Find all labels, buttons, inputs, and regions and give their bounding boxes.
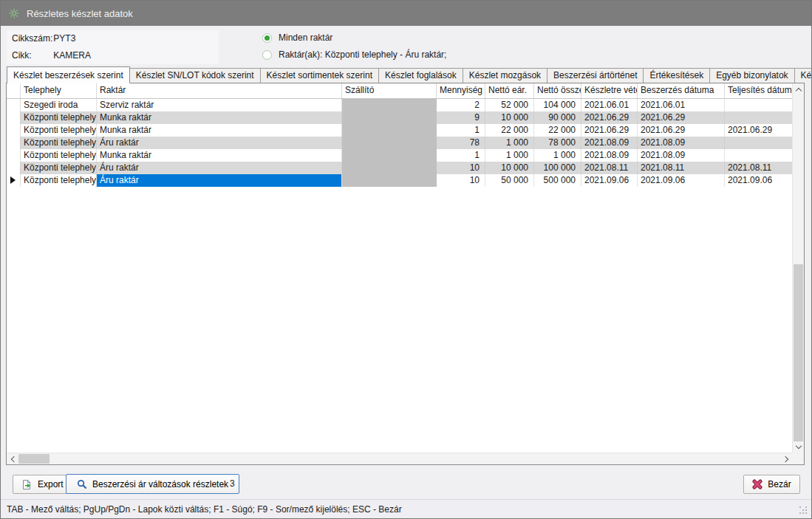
tab-item[interactable]: Készlet sortimentek szerint bbox=[260, 68, 379, 83]
cell-teljesites-datuma[interactable] bbox=[725, 149, 792, 162]
cell-beszerzes-datuma[interactable]: 2021.06.29 bbox=[638, 111, 725, 124]
cell-szallito[interactable] bbox=[342, 174, 437, 187]
cell-telephely[interactable]: Központi telephely bbox=[21, 174, 97, 187]
cell-netto-ear[interactable]: 10 000 bbox=[485, 162, 534, 174]
cell-netto-ear[interactable]: 50 000 bbox=[485, 174, 534, 187]
row-selector-cell[interactable] bbox=[7, 162, 21, 174]
cell-szallito[interactable] bbox=[342, 111, 437, 124]
tab-item[interactable]: Beszerzési ártörténet bbox=[547, 68, 644, 83]
row-selector-cell[interactable] bbox=[7, 124, 21, 137]
tab-item[interactable]: Értékesítések bbox=[643, 68, 710, 83]
table-row[interactable]: Központi telephelyMunka raktár11 0001 00… bbox=[7, 149, 792, 162]
table-row[interactable]: Szegedi irodaSzerviz raktár252 000104 00… bbox=[7, 99, 792, 111]
cell-szallito[interactable] bbox=[342, 124, 437, 137]
cell-telephely[interactable]: Központi telephely bbox=[21, 162, 97, 174]
tab-item[interactable]: Egyéb bizonylatok bbox=[709, 68, 794, 83]
row-selector-cell[interactable] bbox=[7, 111, 21, 124]
cell-raktar[interactable]: Munka raktár bbox=[97, 124, 342, 137]
cell-teljesites-datuma[interactable]: 2021.08.11 bbox=[725, 162, 792, 174]
cell-netto-ear[interactable]: 52 000 bbox=[485, 99, 534, 111]
scroll-left-button[interactable] bbox=[7, 453, 18, 464]
cell-szallito[interactable] bbox=[342, 137, 437, 149]
column-header[interactable]: Nettó eár. bbox=[485, 83, 534, 98]
radio-all-warehouses[interactable]: Minden raktár bbox=[262, 32, 332, 43]
table-row[interactable]: Központi telephelyMunka raktár910 00090 … bbox=[7, 111, 792, 124]
cell-raktar[interactable]: Áru raktár bbox=[97, 162, 342, 174]
column-header[interactable]: Nettó összes bbox=[534, 83, 581, 98]
cell-raktar[interactable]: Áru raktár bbox=[97, 174, 342, 187]
cell-mennyiseg[interactable]: 10 bbox=[437, 162, 485, 174]
cell-netto-ear[interactable]: 1 000 bbox=[485, 149, 534, 162]
title-bar[interactable]: Részletes készlet adatok bbox=[1, 1, 811, 26]
tab-item[interactable]: Készlet mozgások bbox=[463, 68, 547, 83]
cell-netto-osszes[interactable]: 1 000 bbox=[534, 149, 581, 162]
cell-telephely[interactable]: Szegedi iroda bbox=[21, 99, 97, 111]
cell-telephely[interactable]: Központi telephely bbox=[21, 137, 97, 149]
cell-netto-ear[interactable]: 1 000 bbox=[485, 137, 534, 149]
cell-keszletre-vetel[interactable]: 2021.06.01 bbox=[581, 99, 638, 111]
cell-teljesites-datuma[interactable] bbox=[725, 137, 792, 149]
cell-mennyiseg[interactable]: 9 bbox=[437, 111, 485, 124]
cell-teljesites-datuma[interactable]: 2021.06.29 bbox=[725, 124, 792, 137]
row-selector-cell[interactable] bbox=[7, 99, 21, 111]
tab-item[interactable]: Készlet foglalások bbox=[378, 68, 463, 83]
tab-item[interactable]: Készlet változása bbox=[794, 68, 812, 83]
column-header[interactable]: Készletre vétel bbox=[581, 83, 638, 98]
cell-netto-osszes[interactable]: 104 000 bbox=[534, 99, 581, 111]
cell-telephely[interactable]: Központi telephely bbox=[21, 111, 97, 124]
cell-raktar[interactable]: Munka raktár bbox=[97, 149, 342, 162]
cell-mennyiseg[interactable]: 78 bbox=[437, 137, 485, 149]
cell-keszletre-vetel[interactable]: 2021.08.09 bbox=[581, 149, 638, 162]
cell-netto-osszes[interactable]: 78 000 bbox=[534, 137, 581, 149]
cell-netto-osszes[interactable]: 100 000 bbox=[534, 162, 581, 174]
resize-grip-icon[interactable] bbox=[799, 506, 808, 515]
price-change-details-button[interactable]: Beszerzési ár változások részletek bbox=[66, 474, 239, 494]
column-header[interactable]: Szállító bbox=[342, 83, 437, 98]
cell-netto-osszes[interactable]: 22 000 bbox=[534, 124, 581, 137]
cell-teljesites-datuma[interactable] bbox=[725, 111, 792, 124]
cell-keszletre-vetel[interactable]: 2021.08.09 bbox=[581, 137, 638, 149]
cell-beszerzes-datuma[interactable]: 2021.06.29 bbox=[638, 124, 725, 137]
table-row[interactable]: Központi telephelyÁru raktár781 00078 00… bbox=[7, 137, 792, 149]
horizontal-scrollbar[interactable] bbox=[7, 453, 792, 464]
cell-mennyiseg[interactable]: 1 bbox=[437, 149, 485, 162]
cell-teljesites-datuma[interactable]: 2021.09.06 bbox=[725, 174, 792, 187]
scroll-up-button[interactable] bbox=[793, 83, 804, 95]
cell-mennyiseg[interactable]: 1 bbox=[437, 124, 485, 137]
cell-keszletre-vetel[interactable]: 2021.06.29 bbox=[581, 111, 638, 124]
scroll-down-button[interactable] bbox=[793, 441, 804, 453]
column-header[interactable]: Raktár bbox=[97, 83, 342, 98]
cell-raktar[interactable]: Áru raktár bbox=[97, 137, 342, 149]
cell-szallito[interactable] bbox=[342, 162, 437, 174]
cell-mennyiseg[interactable]: 2 bbox=[437, 99, 485, 111]
cell-keszletre-vetel[interactable]: 2021.09.06 bbox=[581, 174, 638, 187]
vertical-scrollbar-thumb[interactable] bbox=[794, 264, 803, 441]
vertical-scrollbar[interactable] bbox=[792, 83, 804, 453]
row-selector-cell[interactable] bbox=[7, 174, 21, 187]
cell-teljesites-datuma[interactable] bbox=[725, 99, 792, 111]
cell-raktar[interactable]: Munka raktár bbox=[97, 111, 342, 124]
horizontal-scrollbar-thumb[interactable] bbox=[18, 454, 50, 464]
cell-szallito[interactable] bbox=[342, 99, 437, 111]
close-button[interactable]: Bezár bbox=[743, 475, 800, 494]
table-row[interactable]: Központi telephelyMunka raktár122 00022 … bbox=[7, 124, 792, 137]
tab-item[interactable]: Készlet SN/LOT kódok szerint bbox=[129, 68, 261, 83]
tab-item[interactable]: Készlet beszerzések szerint bbox=[7, 66, 130, 83]
scroll-right-button[interactable] bbox=[780, 453, 792, 464]
cell-netto-osszes[interactable]: 500 000 bbox=[534, 174, 581, 187]
column-header[interactable]: Teljesítés dátuma bbox=[725, 83, 792, 98]
cell-beszerzes-datuma[interactable]: 2021.08.09 bbox=[638, 137, 725, 149]
cell-beszerzes-datuma[interactable]: 2021.06.01 bbox=[638, 99, 725, 111]
cell-keszletre-vetel[interactable]: 2021.08.11 bbox=[581, 162, 638, 174]
table-row[interactable]: Központi telephelyÁru raktár1050 000500 … bbox=[7, 174, 792, 187]
cell-beszerzes-datuma[interactable]: 2021.09.06 bbox=[638, 174, 725, 187]
cell-beszerzes-datuma[interactable]: 2021.08.09 bbox=[638, 149, 725, 162]
column-header[interactable]: Telephely bbox=[21, 83, 97, 98]
cell-netto-ear[interactable]: 22 000 bbox=[485, 124, 534, 137]
cell-keszletre-vetel[interactable]: 2021.06.29 bbox=[581, 124, 638, 137]
column-header[interactable]: Mennyiség bbox=[437, 83, 485, 98]
cell-beszerzes-datuma[interactable]: 2021.08.11 bbox=[638, 162, 725, 174]
column-header[interactable]: Beszerzés dátuma bbox=[638, 83, 725, 98]
row-selector-cell[interactable] bbox=[7, 137, 21, 149]
cell-netto-osszes[interactable]: 90 000 bbox=[534, 111, 581, 124]
